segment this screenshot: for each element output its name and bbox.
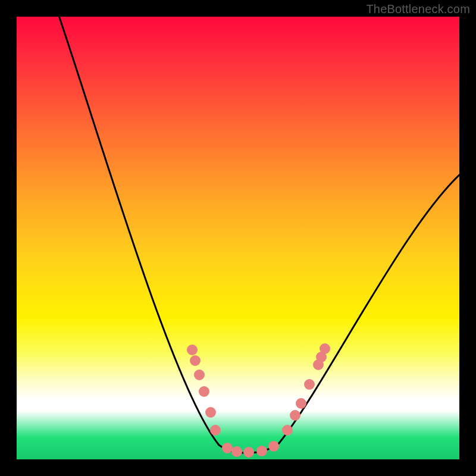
watermark-text: TheBottleneck.com [366,2,470,16]
plot-area [17,17,459,459]
curve-marker [190,355,201,366]
bottleneck-curve-path [57,17,459,453]
curve-marker [210,425,221,436]
curve-marker [194,369,205,380]
curve-marker [199,386,209,397]
chart-frame: TheBottleneck.com [0,0,476,476]
curve-marker [268,441,279,452]
curve-marker [243,447,254,458]
curve-marker [296,398,306,409]
curve-marker [231,446,242,457]
curve-marker [205,407,216,418]
curve-marker [320,343,330,354]
curve-marker [282,425,293,436]
curve-marker [187,345,198,355]
curve-marker [304,379,315,390]
curve-marker [290,410,300,421]
curve-marker [222,443,233,453]
bottleneck-curve-svg [17,17,459,459]
curve-marker [256,446,267,456]
